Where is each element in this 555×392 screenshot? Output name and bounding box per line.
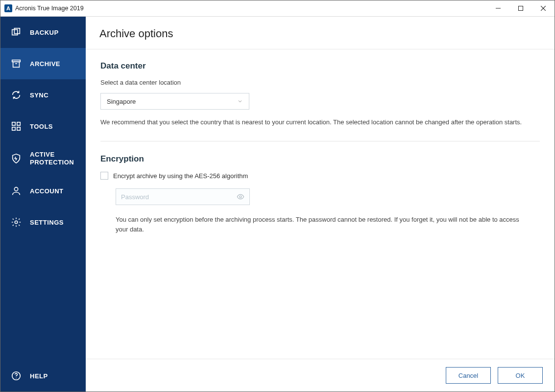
sidebar-item-label: ACTIVEPROTECTION [30,151,74,167]
password-wrap: Password [116,188,540,205]
encrypt-checkbox[interactable] [100,172,108,180]
sidebar-item-label: SETTINGS [30,219,64,226]
titlebar-controls [487,0,555,16]
section-data-center-heading: Data center [100,61,540,71]
sidebar-item-account[interactable]: ACCOUNT [0,175,86,207]
chevron-down-icon [237,98,243,104]
main-content: Data center Select a data center locatio… [86,49,555,359]
sidebar-item-tools[interactable]: TOOLS [0,111,86,142]
svg-point-13 [14,187,18,191]
svg-point-16 [16,378,16,378]
sidebar-item-label: HELP [30,372,48,380]
svg-rect-12 [17,127,20,130]
close-button[interactable] [532,0,555,16]
app-window: A Acronis True Image 2019 [0,0,555,392]
sidebar-item-archive[interactable]: ARCHIVE [0,48,86,79]
svg-rect-7 [13,62,20,67]
minimize-button[interactable] [487,0,509,16]
sidebar-item-label: ACCOUNT [30,187,64,195]
svg-point-14 [15,221,18,224]
cancel-button[interactable]: Cancel [446,367,491,384]
svg-rect-11 [12,127,15,130]
help-icon [9,370,23,381]
sidebar-item-help[interactable]: HELP [0,360,86,392]
section-encryption-heading: Encryption [100,154,540,164]
svg-point-17 [240,196,241,198]
archive-icon [9,58,23,69]
gear-icon [9,217,23,228]
sidebar-item-label: BACKUP [30,29,59,36]
eye-icon[interactable] [237,193,244,201]
main-header: Archive options [86,17,555,49]
svg-rect-4 [12,30,18,35]
data-center-info: We recommend that you select the country… [100,117,540,127]
shield-icon [9,153,23,164]
tools-icon [9,121,23,132]
sidebar-spacer [0,238,86,360]
sidebar-item-sync[interactable]: SYNC [0,79,86,111]
svg-rect-10 [17,122,20,125]
password-placeholder: Password [121,193,149,201]
sidebar-item-active-protection[interactable]: ACTIVEPROTECTION [0,142,86,175]
sidebar: BACKUP ARCHIVE [0,17,86,392]
sidebar-item-label: TOOLS [30,123,53,130]
sidebar-item-backup[interactable]: BACKUP [0,17,86,48]
sidebar-item-label: SYNC [30,92,48,99]
backup-icon [9,27,23,38]
app-icon: A [4,4,12,12]
page-title: Archive options [99,27,541,40]
footer: Cancel OK [86,359,555,392]
maximize-button[interactable] [509,0,532,16]
person-icon [9,185,23,196]
window-title: Acronis True Image 2019 [15,5,84,12]
titlebar: A Acronis True Image 2019 [0,0,555,17]
data-center-selected-value: Singapore [107,98,136,105]
password-input[interactable]: Password [116,188,250,205]
svg-rect-9 [12,122,15,125]
svg-rect-1 [519,6,523,11]
data-center-select[interactable]: Singapore [100,93,249,110]
sidebar-item-settings[interactable]: SETTINGS [0,207,86,238]
encrypt-checkbox-label: Encrypt archive by using the AES-256 alg… [113,172,248,180]
section-divider [100,141,540,141]
data-center-label: Select a data center location [100,79,540,86]
ok-button[interactable]: OK [498,367,543,384]
encrypt-checkbox-row[interactable]: Encrypt archive by using the AES-256 alg… [100,172,540,180]
sync-icon [9,90,23,100]
sidebar-item-label: ARCHIVE [30,60,60,68]
encryption-note: You can only set encryption before the a… [116,215,527,234]
svg-rect-5 [14,28,20,34]
main-panel: Archive options Data center Select a dat… [86,17,555,392]
body-area: BACKUP ARCHIVE [0,17,555,392]
